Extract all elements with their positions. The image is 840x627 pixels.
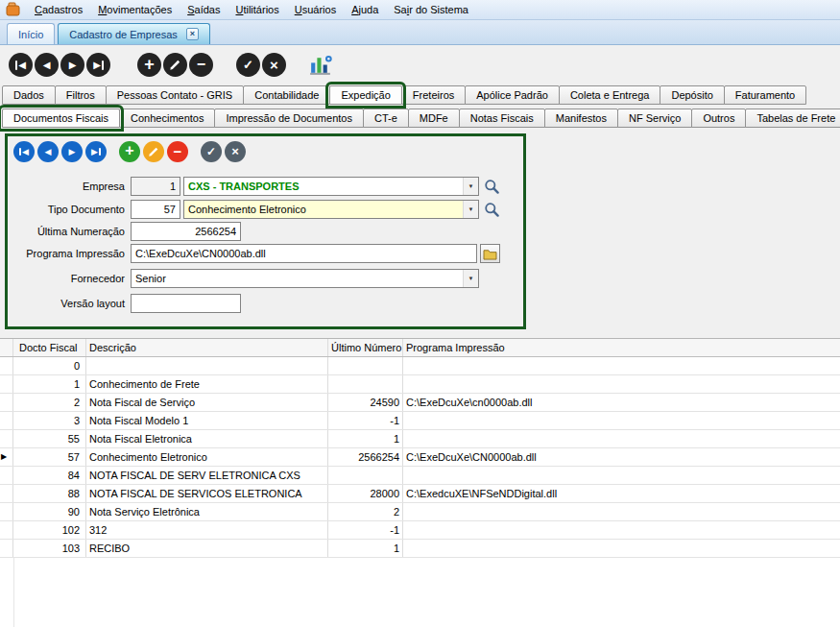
versao-layout-label: Versão layout	[8, 294, 125, 313]
sub-tab[interactable]: Manifestos	[544, 109, 618, 128]
tab-inicio[interactable]: Início	[7, 23, 55, 44]
versao-layout-input[interactable]	[131, 294, 241, 313]
tipo-documento-combo[interactable]: Conhecimento Eletronico ▼	[183, 200, 479, 219]
nav-next-button[interactable]: ▶	[60, 53, 84, 77]
cell-descricao: Nota Fiscal de Serviço	[86, 394, 328, 411]
panel-nav-first-button[interactable]: ◀	[13, 141, 35, 162]
menu-item[interactable]: Sair do Sistema	[386, 0, 476, 19]
panel-add-button[interactable]: +	[119, 141, 140, 162]
table-row[interactable]: 2 Nota Fiscal de Serviço 24590 C:\ExeDcu…	[0, 394, 840, 412]
empresa-code-input[interactable]	[131, 177, 180, 196]
table-row[interactable]: 84 NOTA FISCAL DE SERV ELETRONICA CXS	[0, 467, 840, 485]
table-row[interactable]: 88 NOTA FISCAL DE SERVICOS ELETRONICA 28…	[0, 485, 840, 503]
menu-item[interactable]: Cadastros	[27, 0, 90, 19]
dropdown-arrow-icon[interactable]: ▼	[463, 201, 478, 218]
chart-button[interactable]	[307, 52, 333, 78]
category-tab[interactable]: Dados	[2, 85, 56, 105]
category-tab[interactable]: Pessoas Contato - GRIS	[106, 85, 244, 105]
category-tab[interactable]: Expedição	[329, 85, 401, 105]
cell-docto-fiscal: 102	[13, 521, 86, 539]
column-header-docto-fiscal[interactable]: Docto Fiscal	[13, 339, 86, 356]
row-indicator	[0, 503, 13, 520]
tipo-documento-code-input[interactable]	[131, 200, 180, 219]
ultima-numeracao-input[interactable]	[131, 222, 241, 241]
documentos-grid: Docto Fiscal Descrição Último Número Pro…	[0, 338, 840, 627]
category-tab[interactable]: Freteiros	[401, 85, 466, 105]
cell-programa-impressao	[403, 503, 840, 520]
sub-tab-row: Documentos Fiscais Conhecimentos Impress…	[0, 107, 840, 128]
minus-icon: −	[197, 57, 205, 72]
menu-item[interactable]: Movimentações	[90, 0, 180, 19]
panel-nav-last-button[interactable]: ▶	[85, 141, 107, 162]
category-tab[interactable]: Filtros	[55, 85, 107, 105]
close-tab-icon[interactable]: ×	[186, 28, 199, 40]
sub-tab[interactable]: Impressão de Documentos	[214, 109, 363, 128]
cell-docto-fiscal: 103	[13, 540, 86, 557]
sub-tab[interactable]: Notas Fiscais	[459, 109, 545, 128]
menu-item[interactable]: Saídas	[180, 0, 228, 19]
dropdown-arrow-icon[interactable]: ▼	[463, 270, 478, 287]
panel-cancel-button[interactable]: ×	[225, 141, 246, 162]
sub-tab[interactable]: Outros	[691, 109, 746, 128]
cell-docto-fiscal: 55	[13, 430, 86, 447]
dropdown-arrow-icon[interactable]: ▼	[463, 178, 478, 195]
sub-tab[interactable]: NF Serviço	[617, 109, 692, 128]
table-row[interactable]: 90 Nota Serviço Eletrônica 2	[0, 503, 840, 521]
cancel-button[interactable]: ×	[262, 53, 286, 77]
fornecedor-value: Senior	[132, 270, 463, 287]
table-row[interactable]: 1 Conhecimento de Frete	[0, 375, 840, 394]
programa-impressao-input[interactable]	[131, 244, 477, 263]
row-indicator	[0, 467, 13, 484]
category-tab[interactable]: Apólice Padrão	[465, 85, 560, 105]
sub-tab[interactable]: Tabelas de Frete	[745, 109, 840, 128]
panel-delete-button[interactable]: −	[167, 141, 188, 162]
sub-tab[interactable]: MDFe	[408, 109, 460, 128]
document-tab-strip: Início Cadastro de Empresas ×	[0, 20, 840, 45]
panel-nav-next-button[interactable]: ▶	[61, 141, 83, 162]
confirm-button[interactable]: ✓	[236, 53, 260, 77]
category-tab[interactable]: Contabilidade	[243, 85, 330, 105]
column-header-ultimo-numero[interactable]: Último Número	[328, 339, 403, 356]
sub-tab[interactable]: Documentos Fiscais	[2, 109, 120, 128]
add-button[interactable]: +	[137, 53, 161, 77]
panel-nav-prev-button[interactable]: ◀	[37, 141, 59, 162]
tipo-documento-search-icon[interactable]	[484, 202, 500, 218]
cell-ultimo-numero	[328, 375, 403, 393]
table-row[interactable]: 0	[0, 357, 840, 375]
category-tab[interactable]: Faturamento	[724, 85, 806, 105]
empresa-combo[interactable]: CXS - TRANSPORTES ▼	[183, 177, 479, 196]
first-icon: ◀	[22, 148, 29, 157]
column-header-descricao[interactable]: Descrição	[86, 339, 328, 356]
cell-programa-impressao	[403, 357, 840, 374]
cell-programa-impressao	[403, 521, 840, 539]
nav-last-button[interactable]: ▶	[86, 53, 110, 77]
column-header-programa-impressao[interactable]: Programa Impressão	[403, 339, 840, 356]
menu-item[interactable]: Usuários	[287, 0, 344, 19]
panel-confirm-button[interactable]: ✓	[201, 141, 222, 162]
category-tab[interactable]: Depósito	[660, 85, 724, 105]
table-row[interactable]: 3 Nota Fiscal Modelo 1 -1	[0, 412, 840, 430]
check-icon: ✓	[243, 59, 253, 71]
nav-first-button[interactable]: ◀	[9, 53, 33, 77]
menu-item[interactable]: Utilitários	[228, 0, 286, 19]
sub-tab[interactable]: Conhecimentos	[119, 109, 215, 128]
sub-tab[interactable]: CT-e	[363, 109, 409, 128]
category-tab-row: Dados Filtros Pessoas Contato - GRIS Con…	[0, 84, 840, 105]
cell-descricao	[86, 357, 328, 374]
edit-button[interactable]	[163, 53, 187, 77]
programa-impressao-label: Programa Impressão	[8, 244, 125, 263]
delete-button[interactable]: −	[189, 53, 213, 77]
browse-file-button[interactable]	[480, 244, 500, 263]
table-row[interactable]: 102 312 -1	[0, 521, 840, 540]
table-row[interactable]: 103 RECIBO 1	[0, 540, 840, 558]
nav-prev-button[interactable]: ◀	[35, 53, 59, 77]
tab-cadastro-de-empresas[interactable]: Cadastro de Empresas ×	[58, 23, 210, 44]
empresa-search-icon[interactable]	[484, 179, 500, 195]
table-row[interactable]: ▶ 57 Conhecimento Eletronico 2566254 C:\…	[0, 448, 840, 467]
fornecedor-combo[interactable]: Senior ▼	[131, 269, 479, 288]
table-row[interactable]: 55 Nota Fiscal Eletronica 1	[0, 430, 840, 448]
category-tab[interactable]: Coleta e Entrega	[559, 85, 661, 105]
tipo-documento-value: Conhecimento Eletronico	[184, 201, 463, 218]
menu-item[interactable]: Ajuda	[344, 0, 386, 19]
panel-edit-button[interactable]	[143, 141, 164, 162]
